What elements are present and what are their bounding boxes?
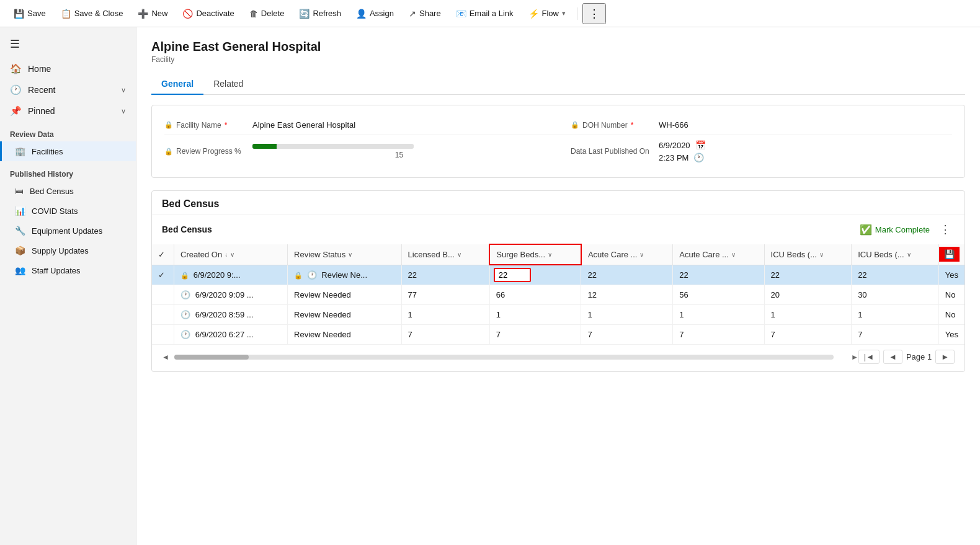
facility-name-value: Alpine East General Hospital: [252, 120, 355, 130]
covid-stats-icon: 📊: [15, 206, 25, 216]
mark-complete-button[interactable]: ✅ Mark Complete: [860, 224, 930, 236]
surge-beds-inline-edit[interactable]: [494, 268, 531, 282]
th-icu-beds-2[interactable]: ICU Beds (... ∨: [852, 244, 939, 265]
facility-name-label: 🔒 Facility Name *: [164, 121, 245, 130]
sidebar-item-bed-census[interactable]: 🛏 Bed Census: [0, 181, 136, 201]
th-licensed-beds[interactable]: Licensed B... ∨: [401, 244, 489, 265]
email-link-button[interactable]: 📧 Email a Link: [450, 5, 520, 22]
row3-licensed-beds: 1: [401, 305, 489, 325]
row4-surge-beds: 7: [489, 325, 581, 345]
doh-number-label: 🔒 DOH Number *: [571, 121, 651, 130]
scroll-right-arrow[interactable]: ►: [851, 353, 858, 361]
row1-icu-beds-1: 22: [764, 265, 852, 285]
row2-created-on: 🕐 6/9/2020 9:09 ...: [174, 285, 288, 305]
row2-icu-beds-1: 20: [764, 285, 852, 305]
save-button[interactable]: 💾 Save: [7, 5, 52, 22]
flow-button[interactable]: ⚡ Flow ▾: [522, 5, 572, 22]
doh-number-field: 🔒 DOH Number * WH-666: [571, 120, 952, 130]
acute-care-2-chev-icon: ∨: [731, 251, 736, 258]
row3-clock-icon: 🕐: [180, 310, 190, 319]
bed-census-section: Bed Census Bed Census ✅ Mark Complete ⋮: [151, 190, 965, 372]
table-row[interactable]: ✓ 🔒 6/9/2020 9:... 🔒 🕐 Review Ne...: [152, 265, 964, 285]
share-icon: ↗: [409, 9, 416, 19]
main-layout: ☰ 🏠 Home 🕐 Recent ∨ 📌 Pinned ∨ Review Da…: [0, 27, 980, 545]
refresh-button[interactable]: 🔄 Refresh: [293, 5, 347, 22]
th-review-status[interactable]: Review Status ∨: [288, 244, 402, 265]
save-close-button[interactable]: 📋 Save & Close: [55, 5, 130, 22]
row2-checkbox: [152, 285, 174, 305]
row2-acute-care-2: 56: [673, 285, 764, 305]
row3-acute-care-2: 1: [673, 305, 764, 325]
page-prev-button[interactable]: ◄: [883, 350, 902, 364]
bed-census-title: Bed Census: [152, 191, 964, 215]
published-time-value: 2:23 PM: [659, 153, 688, 162]
tab-general[interactable]: General: [151, 74, 203, 95]
th-acute-care-2[interactable]: Acute Care ... ∨: [673, 244, 764, 265]
email-link-icon: 📧: [456, 9, 466, 19]
table-row[interactable]: 🕐 6/9/2020 8:59 ... Review Needed 1 1 1 …: [152, 305, 964, 325]
section-more-button[interactable]: ⋮: [936, 221, 955, 237]
row1-status-clock-icon: 🕐: [307, 270, 317, 280]
row2-icu-beds-2: 30: [852, 285, 939, 305]
sidebar-item-facilities[interactable]: 🏢 Facilities: [0, 141, 136, 161]
sidebar-item-home[interactable]: 🏠 Home: [0, 58, 136, 79]
pagination: |◄ ◄ Page 1 ►: [858, 350, 955, 364]
row2-clock-icon: 🕐: [180, 290, 190, 299]
th-created-on[interactable]: Created On ↓ ∨: [174, 244, 288, 265]
sidebar-item-covid-stats[interactable]: 📊 COVID Stats: [0, 201, 136, 221]
save-column-button[interactable]: 💾: [939, 247, 960, 262]
calendar-icon[interactable]: 📅: [695, 140, 706, 150]
table-footer: ◄ ► |◄ ◄ Page 1 ►: [152, 345, 964, 366]
page-next-button[interactable]: ►: [935, 350, 955, 364]
form-row-facility: 🔒 Facility Name * Alpine East General Ho…: [164, 115, 952, 135]
sidebar-item-pinned[interactable]: 📌 Pinned ∨: [0, 100, 136, 122]
delete-button[interactable]: 🗑 Delete: [243, 5, 291, 22]
th-acute-care-1[interactable]: Acute Care ... ∨: [581, 244, 673, 265]
data-last-published-field: Data Last Published On 6/9/2020 📅 2:23 P…: [571, 140, 952, 162]
row3-icu-beds-2: 1: [852, 305, 939, 325]
table-row[interactable]: 🕐 6/9/2020 6:27 ... Review Needed 7 7 7 …: [152, 325, 964, 345]
row1-checkbox: ✓: [152, 265, 174, 285]
pinned-chevron-icon: ∨: [121, 107, 126, 115]
tab-related[interactable]: Related: [203, 74, 253, 95]
toolbar-divider: [577, 7, 577, 20]
hamburger-menu-button[interactable]: ☰: [0, 32, 136, 58]
row4-checkbox: [152, 325, 174, 345]
created-on-sort-icon: ↓: [225, 251, 228, 258]
delete-icon: 🗑: [249, 9, 258, 19]
th-surge-beds[interactable]: Surge Beds... ∨: [489, 244, 581, 265]
row3-created-on: 🕐 6/9/2020 8:59 ...: [174, 305, 288, 325]
row2-acute-care-1: 12: [581, 285, 673, 305]
th-icu-beds-1[interactable]: ICU Beds (... ∨: [764, 244, 852, 265]
sidebar-item-equipment-updates[interactable]: 🔧 Equipment Updates: [0, 221, 136, 241]
surge-beds-chev-icon: ∨: [548, 251, 552, 258]
assign-icon: 👤: [356, 9, 367, 19]
flow-chevron-icon: ▾: [562, 9, 566, 17]
table-row[interactable]: 🕐 6/9/2020 9:09 ... Review Needed 77 66 …: [152, 285, 964, 305]
icu-beds-2-chev-icon: ∨: [907, 251, 911, 258]
row4-created-on: 🕐 6/9/2020 6:27 ...: [174, 325, 288, 345]
review-progress-label: 🔒 Review Progress %: [164, 147, 245, 156]
share-button[interactable]: ↗ Share: [403, 5, 447, 22]
progress-bar-fill: [252, 144, 277, 149]
row2-licensed-beds: 77: [401, 285, 489, 305]
row2-last-col: No: [938, 285, 964, 305]
scroll-track[interactable]: [174, 355, 834, 360]
sidebar-item-recent[interactable]: 🕐 Recent ∨: [0, 79, 136, 100]
toolbar-more-button[interactable]: ⋮: [582, 3, 606, 24]
sidebar-item-supply-updates[interactable]: 📦 Supply Updates: [0, 241, 136, 260]
assign-button[interactable]: 👤 Assign: [350, 5, 400, 22]
row1-icu-beds-2: 22: [852, 265, 939, 285]
deactivate-button[interactable]: 🚫 Deactivate: [176, 5, 240, 22]
sidebar-item-staff-updates[interactable]: 👥 Staff Updates: [0, 260, 136, 280]
bed-census-table: ✓ Created On ↓ ∨: [152, 244, 964, 345]
form-row-progress: 🔒 Review Progress % 15 Data Last Publish…: [164, 135, 952, 167]
clock-icon[interactable]: 🕐: [693, 153, 704, 162]
page-first-button[interactable]: |◄: [858, 350, 880, 364]
progress-label: 15: [252, 151, 546, 159]
scroll-left-arrow[interactable]: ◄: [162, 353, 169, 361]
th-save-col: 💾: [938, 244, 964, 265]
row1-lock-icon: 🔒: [180, 272, 189, 279]
row1-surge-beds[interactable]: [489, 265, 581, 285]
new-button[interactable]: ➕ New: [131, 5, 174, 22]
